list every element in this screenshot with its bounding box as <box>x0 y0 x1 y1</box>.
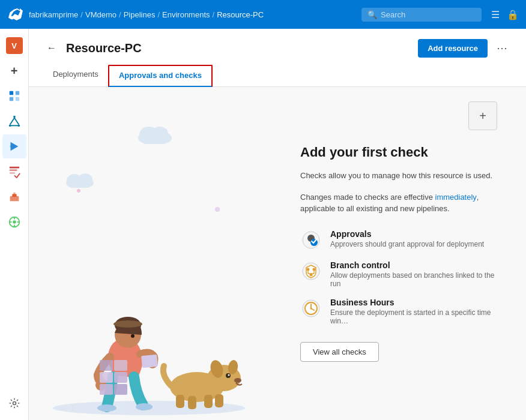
svg-rect-1 <box>15 91 19 95</box>
azure-devops-logo[interactable] <box>7 6 24 23</box>
svg-rect-44 <box>114 372 127 383</box>
breadcrumb-org[interactable]: fabrikamprime <box>29 10 78 19</box>
add-check-button[interactable]: + <box>468 101 497 130</box>
sidebar-item-artifacts[interactable] <box>2 185 26 209</box>
svg-point-19 <box>13 220 16 224</box>
svg-rect-47 <box>141 355 158 368</box>
cloud-decoration-1 <box>137 123 173 146</box>
svg-rect-55 <box>176 395 184 408</box>
sidebar: V + <box>0 29 29 420</box>
svg-rect-56 <box>188 396 196 409</box>
svg-point-39 <box>97 404 116 412</box>
breadcrumb-environments[interactable]: Environments <box>162 10 210 19</box>
svg-rect-2 <box>9 97 13 101</box>
svg-rect-46 <box>114 360 127 371</box>
sidebar-item-settings[interactable] <box>2 391 26 415</box>
page-title: Resource-PC <box>66 41 142 55</box>
svg-rect-17 <box>13 193 16 195</box>
check-item-approvals[interactable]: Approvals Approvers should grant approva… <box>300 229 507 251</box>
tab-approvals[interactable]: Approvals and checks <box>108 65 213 87</box>
sidebar-item-repos[interactable] <box>2 109 26 133</box>
sidebar-item-extensions[interactable] <box>2 210 26 234</box>
user-avatar: V <box>6 37 23 54</box>
top-nav: fabrikamprime / VMdemo / Pipelines / Env… <box>0 0 526 29</box>
tab-deployments[interactable]: Deployments <box>43 65 108 87</box>
nav-icons: ☰ 🔒 <box>491 9 519 20</box>
info-desc-2: Changes made to checks are effective imm… <box>300 191 507 215</box>
svg-line-8 <box>14 118 19 125</box>
breadcrumb-resource[interactable]: Resource-PC <box>217 10 264 19</box>
cloud-decoration-2 <box>65 171 95 190</box>
svg-point-63 <box>307 268 310 271</box>
sidebar-item-pipelines[interactable] <box>2 134 26 158</box>
svg-rect-45 <box>100 360 113 371</box>
svg-rect-43 <box>100 372 113 383</box>
boards-icon <box>8 89 21 103</box>
checks-list: Approvals Approvers should grant approva… <box>300 229 507 325</box>
search-box[interactable]: 🔍 <box>361 8 482 22</box>
search-icon: 🔍 <box>367 10 377 19</box>
sidebar-item-boards[interactable] <box>2 84 26 108</box>
svg-point-36 <box>131 334 135 338</box>
check-item-branch[interactable]: Branch control Allow deployments based o… <box>300 260 507 288</box>
svg-point-40 <box>136 403 153 410</box>
illustration <box>47 240 251 420</box>
check-approvals-text: Approvals Approvers should grant approva… <box>330 229 484 248</box>
body-content: + Add your first check Checks allow you … <box>29 87 526 420</box>
approvals-icon <box>300 229 322 251</box>
add-icon: + <box>6 62 23 79</box>
svg-rect-57 <box>204 395 213 408</box>
info-panel: + Add your first check Checks allow you … <box>281 87 526 420</box>
sidebar-item-avatar[interactable]: V <box>2 34 26 58</box>
dot-decoration <box>77 189 80 193</box>
tasks-icon[interactable]: ☰ <box>491 9 500 20</box>
info-desc-1: Checks allow you to manage how this reso… <box>300 170 507 182</box>
breadcrumb-project[interactable]: VMdemo <box>85 10 116 19</box>
svg-rect-58 <box>215 394 223 407</box>
pipelines-icon <box>8 140 21 153</box>
page-title-left: ← Resource-PC <box>43 40 142 56</box>
illustration-panel <box>29 87 281 420</box>
content-area: ← Resource-PC Add resource ⋯ Deployments… <box>29 29 526 420</box>
svg-rect-41 <box>100 384 113 395</box>
svg-point-64 <box>313 268 316 271</box>
back-button[interactable]: ← <box>43 40 60 56</box>
gear-icon <box>8 397 20 409</box>
svg-point-30 <box>78 173 92 185</box>
svg-rect-12 <box>9 167 19 169</box>
svg-rect-14 <box>9 172 14 174</box>
svg-point-54 <box>234 378 241 383</box>
breadcrumb-pipelines[interactable]: Pipelines <box>124 10 156 19</box>
sidebar-item-add[interactable]: + <box>2 59 26 83</box>
clock-icon <box>300 298 322 319</box>
svg-rect-11 <box>10 145 13 148</box>
repos-icon <box>8 115 21 128</box>
extensions-icon <box>8 215 21 229</box>
page-header: ← Resource-PC Add resource ⋯ Deployments… <box>29 29 526 87</box>
svg-point-4 <box>13 116 16 118</box>
svg-rect-15 <box>10 196 19 201</box>
check-branch-text: Branch control Allow deployments based o… <box>330 260 507 288</box>
svg-line-7 <box>10 118 14 125</box>
settings-icon[interactable]: 🔒 <box>507 9 519 20</box>
more-options-button[interactable]: ⋯ <box>492 38 512 58</box>
view-all-checks-button[interactable]: View all checks <box>300 342 379 362</box>
page-title-row: ← Resource-PC Add resource ⋯ <box>43 38 512 58</box>
svg-rect-0 <box>9 91 13 95</box>
breadcrumb: fabrikamprime / VMdemo / Pipelines / Env… <box>29 10 357 19</box>
add-resource-button[interactable]: Add resource <box>418 39 488 58</box>
artifacts-icon <box>8 190 21 203</box>
svg-point-27 <box>151 127 168 141</box>
branch-icon <box>300 260 322 282</box>
sidebar-item-testplans[interactable] <box>2 160 26 184</box>
check-item-hours[interactable]: Business Hours Ensure the deployment is … <box>300 298 507 325</box>
svg-point-24 <box>13 402 16 405</box>
svg-point-35 <box>113 320 142 328</box>
testplans-icon <box>8 165 21 178</box>
svg-rect-42 <box>114 384 127 395</box>
search-input[interactable] <box>381 10 476 19</box>
svg-rect-3 <box>15 97 19 101</box>
dot-decoration <box>215 207 220 212</box>
check-hours-text: Business Hours Ensure the deployment is … <box>330 298 507 325</box>
svg-rect-13 <box>9 169 17 171</box>
